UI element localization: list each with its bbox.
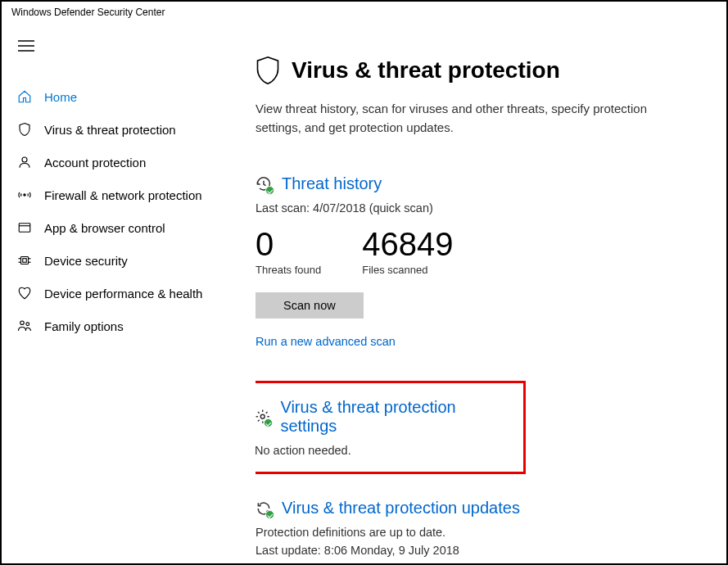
sidebar-item-firewall[interactable]: Firewall & network protection [2, 179, 255, 211]
sidebar: Home Virus & threat protection Account p… [2, 23, 255, 562]
scan-now-button[interactable]: Scan now [255, 292, 364, 319]
sidebar-item-device-performance[interactable]: Device performance & health [2, 277, 255, 310]
shield-icon [15, 122, 34, 137]
hamburger-icon [18, 39, 34, 52]
person-icon [15, 155, 34, 170]
sidebar-item-device-security[interactable]: Device security [2, 244, 255, 277]
files-scanned-value: 46849 [362, 226, 453, 262]
main-content: Virus & threat protection View threat hi… [255, 23, 726, 562]
sidebar-item-family[interactable]: Family options [2, 310, 255, 342]
page-header: Virus & threat protection [255, 56, 694, 85]
chip-icon [15, 253, 34, 268]
page-subtitle: View threat history, scan for viruses an… [255, 100, 649, 137]
last-update-text: Last update: 8:06 Monday, 9 July 2018 [255, 544, 694, 557]
updates-status: Protection definitions are up to date. [255, 526, 694, 539]
threats-found-stat: 0 Threats found [255, 226, 321, 276]
protection-updates-link[interactable]: Virus & threat protection updates [255, 499, 694, 518]
settings-section-highlighted: Virus & threat protection settings No ac… [255, 381, 526, 474]
files-scanned-label: Files scanned [362, 264, 453, 276]
check-badge-icon [265, 186, 274, 195]
svg-point-4 [24, 194, 25, 196]
section-heading: Virus & threat protection updates [282, 499, 520, 518]
last-scan-text: Last scan: 4/07/2018 (quick scan) [255, 201, 694, 215]
sidebar-item-virus-threat[interactable]: Virus & threat protection [2, 113, 255, 146]
svg-point-3 [22, 157, 27, 162]
home-icon [15, 89, 34, 104]
svg-point-13 [20, 321, 25, 325]
threats-found-value: 0 [255, 226, 321, 262]
updates-section: Virus & threat protection updates Protec… [255, 499, 694, 557]
check-badge-icon [265, 510, 274, 519]
settings-status: No action needed. [255, 444, 510, 457]
sidebar-item-label: Device performance & health [44, 287, 202, 301]
history-icon [255, 176, 272, 192]
sidebar-item-label: Home [44, 90, 77, 104]
sidebar-item-label: Firewall & network protection [44, 188, 202, 202]
check-badge-icon [264, 418, 273, 427]
browser-icon [15, 220, 34, 235]
threat-history-link[interactable]: Threat history [255, 174, 694, 193]
svg-point-15 [260, 414, 265, 418]
refresh-icon [255, 500, 272, 517]
window-title: Windows Defender Security Center [2, 2, 726, 23]
svg-rect-8 [23, 259, 27, 263]
hamburger-menu-button[interactable] [2, 39, 255, 80]
svg-rect-5 [19, 224, 30, 233]
sidebar-item-app-browser[interactable]: App & browser control [2, 211, 255, 244]
shield-large-icon [255, 56, 280, 85]
protection-settings-link[interactable]: Virus & threat protection settings [255, 398, 510, 436]
signal-icon [15, 188, 34, 202]
sidebar-item-account[interactable]: Account protection [2, 146, 255, 179]
sidebar-item-label: Device security [44, 254, 128, 268]
sidebar-item-home[interactable]: Home [2, 80, 255, 113]
section-heading: Threat history [282, 174, 382, 193]
heart-icon [15, 286, 34, 301]
family-icon [15, 319, 34, 333]
page-title: Virus & threat protection [292, 57, 560, 84]
files-scanned-stat: 46849 Files scanned [362, 226, 453, 276]
sidebar-item-label: Account protection [44, 156, 146, 170]
sidebar-item-label: Virus & threat protection [44, 123, 176, 137]
svg-point-14 [26, 323, 29, 326]
svg-rect-7 [21, 257, 29, 264]
advanced-scan-link[interactable]: Run a new advanced scan [255, 335, 694, 348]
threat-history-section: Threat history Last scan: 4/07/2018 (qui… [255, 174, 694, 348]
gear-icon [255, 409, 270, 425]
sidebar-item-label: Family options [44, 319, 124, 333]
sidebar-item-label: App & browser control [44, 221, 165, 235]
threats-found-label: Threats found [255, 264, 321, 276]
section-heading: Virus & threat protection settings [280, 398, 510, 436]
